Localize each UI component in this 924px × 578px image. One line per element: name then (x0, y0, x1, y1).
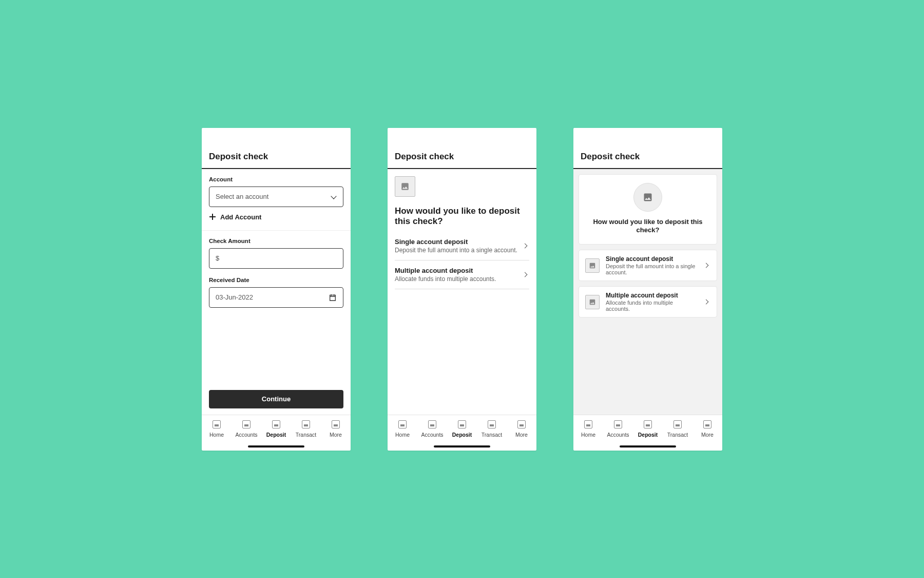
tab-icon (673, 420, 682, 428)
page-title: Deposit check (209, 152, 343, 162)
tab-icon (584, 420, 592, 428)
received-date-label: Received Date (209, 277, 343, 283)
tab-deposit[interactable]: Deposit (448, 420, 476, 438)
amount-section: Check Amount $ Received Date 03-Jun-2022 (202, 230, 351, 317)
content: Account Select an account Add Account Ch… (202, 169, 351, 390)
add-account-button[interactable]: Add Account (209, 213, 343, 221)
option-multiple-account[interactable]: Multiple account deposit Allocate funds … (579, 286, 717, 318)
tab-more[interactable]: More (508, 420, 535, 438)
tab-icon (428, 420, 436, 428)
tab-deposit[interactable]: Deposit (262, 420, 290, 438)
tab-home[interactable]: Home (203, 420, 230, 438)
question-heading: How would you like to deposit this check… (588, 218, 707, 235)
tab-more[interactable]: More (694, 420, 721, 438)
tab-label: More (330, 432, 342, 438)
check-amount-label: Check Amount (209, 238, 343, 244)
chevron-right-icon (523, 244, 528, 249)
tab-accounts[interactable]: Accounts (418, 420, 446, 438)
question-heading: How would you like to deposit this check… (395, 206, 529, 227)
tab-label: Transact (296, 432, 316, 438)
calendar-icon (329, 293, 337, 302)
tab-icon (332, 420, 340, 428)
tab-home[interactable]: Home (574, 420, 602, 438)
chevron-down-icon (331, 194, 337, 200)
check-amount-value: $ (216, 254, 219, 262)
option-single-account[interactable]: Single account deposit Deposit the full … (579, 250, 717, 281)
option-title: Multiple account deposit (395, 267, 496, 274)
tab-home[interactable]: Home (389, 420, 416, 438)
chevron-right-icon (523, 272, 528, 277)
tab-label: Accounts (235, 432, 257, 438)
header: Deposit check (388, 128, 536, 169)
tab-icon (488, 420, 496, 428)
received-date-value: 03-Jun-2022 (216, 293, 253, 301)
tab-label: Home (395, 432, 410, 438)
tab-icon (242, 420, 251, 428)
hero-card: How would you like to deposit this check… (579, 174, 717, 245)
home-indicator (248, 445, 304, 448)
check-amount-input[interactable]: $ (209, 248, 343, 269)
phone-screen-choose-plain: Deposit check How would you like to depo… (388, 128, 536, 451)
option-title: Single account deposit (395, 238, 517, 246)
tab-label: More (515, 432, 528, 438)
tab-label: Transact (482, 432, 502, 438)
plus-icon (209, 213, 216, 220)
tab-transact[interactable]: Transact (664, 420, 691, 438)
chevron-right-icon (704, 263, 709, 268)
option-multiple-account[interactable]: Multiple account deposit Allocate funds … (395, 260, 529, 289)
phone-screen-form: Deposit check Account Select an account … (202, 128, 351, 451)
option-subtitle: Deposit the full amount into a single ac… (395, 247, 517, 254)
tab-icon (213, 420, 221, 428)
tab-label: More (701, 432, 714, 438)
tab-icon (644, 420, 652, 428)
tab-label: Home (581, 432, 595, 438)
tab-icon (302, 420, 310, 428)
tab-label: Transact (667, 432, 688, 438)
option-single-account[interactable]: Single account deposit Deposit the full … (395, 232, 529, 260)
phone-screen-choose-cards: Deposit check How would you like to depo… (573, 128, 722, 451)
header: Deposit check (202, 128, 351, 169)
tab-icon (703, 420, 711, 428)
tab-label: Home (209, 432, 224, 438)
option-title: Multiple account deposit (606, 292, 698, 299)
tab-deposit[interactable]: Deposit (634, 420, 662, 438)
page-title: Deposit check (581, 152, 715, 162)
tab-label: Accounts (421, 432, 443, 438)
home-indicator (620, 445, 676, 448)
option-subtitle: Allocate funds into multiple accounts. (395, 275, 496, 283)
home-indicator (434, 445, 490, 448)
tab-label: Deposit (452, 432, 472, 438)
tab-accounts[interactable]: Accounts (233, 420, 260, 438)
image-placeholder-icon (585, 295, 600, 309)
content: How would you like to deposit this check… (388, 169, 536, 415)
account-select[interactable]: Select an account (209, 187, 343, 207)
account-section: Account Select an account Add Account (202, 169, 351, 230)
account-select-placeholder: Select an account (216, 193, 268, 200)
image-placeholder-icon (633, 183, 662, 212)
tab-icon (272, 420, 280, 428)
option-subtitle: Deposit the full amount into a single ac… (606, 263, 698, 275)
image-placeholder-icon (585, 258, 600, 273)
tab-label: Deposit (638, 432, 658, 438)
received-date-input[interactable]: 03-Jun-2022 (209, 287, 343, 308)
tab-icon (517, 420, 526, 428)
tab-transact[interactable]: Transact (478, 420, 506, 438)
continue-label: Continue (262, 395, 291, 403)
option-subtitle: Allocate funds into multiple accounts. (606, 300, 698, 312)
option-title: Single account deposit (606, 255, 698, 263)
header: Deposit check (573, 128, 722, 169)
chevron-right-icon (704, 300, 709, 305)
tab-label: Deposit (266, 432, 286, 438)
tab-more[interactable]: More (322, 420, 350, 438)
tab-label: Accounts (607, 432, 629, 438)
continue-button[interactable]: Continue (209, 390, 343, 408)
tab-icon (614, 420, 622, 428)
tab-transact[interactable]: Transact (292, 420, 320, 438)
page-title: Deposit check (395, 152, 529, 162)
tab-icon (398, 420, 407, 428)
tab-accounts[interactable]: Accounts (604, 420, 632, 438)
content: How would you like to deposit this check… (573, 169, 722, 415)
tab-icon (458, 420, 466, 428)
add-account-label: Add Account (220, 213, 261, 221)
account-label: Account (209, 176, 343, 182)
